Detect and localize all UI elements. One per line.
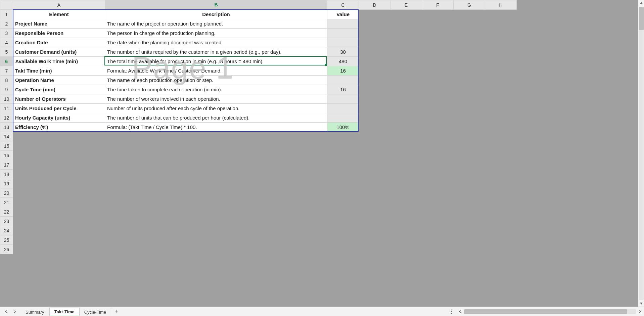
cell-A10[interactable]: Number of Operators <box>13 94 105 104</box>
cell-D21[interactable] <box>359 198 390 207</box>
cell-B7[interactable]: Formula: Available Work Time / Customer … <box>105 66 327 76</box>
cell-D9[interactable] <box>359 85 390 94</box>
column-header-C[interactable]: C <box>327 0 359 10</box>
cell-B12[interactable]: The number of units that can be produced… <box>105 113 327 123</box>
cell-D10[interactable] <box>359 94 390 104</box>
cell-B20[interactable] <box>105 188 327 198</box>
cell-D26[interactable] <box>359 245 390 254</box>
cell-G2[interactable] <box>454 19 485 29</box>
cell-C11[interactable] <box>327 104 359 113</box>
cell-E2[interactable] <box>390 19 422 29</box>
cell-G5[interactable] <box>454 47 485 57</box>
cell-D5[interactable] <box>359 47 390 57</box>
cell-H13[interactable] <box>485 123 517 132</box>
row-header-14[interactable]: 14 <box>0 132 13 141</box>
cell-H5[interactable] <box>485 47 517 57</box>
cell-G26[interactable] <box>454 245 485 254</box>
select-all-corner[interactable] <box>0 0 13 10</box>
cell-H14[interactable] <box>485 132 517 141</box>
cell-G15[interactable] <box>454 141 485 151</box>
row-header-6[interactable]: 6 <box>0 57 13 66</box>
cell-F2[interactable] <box>422 19 454 29</box>
row-header-26[interactable]: 26 <box>0 245 13 254</box>
cell-E20[interactable] <box>390 188 422 198</box>
row-header-19[interactable]: 19 <box>0 179 13 188</box>
row-header-23[interactable]: 23 <box>0 217 13 226</box>
cell-H18[interactable] <box>485 170 517 179</box>
cell-D17[interactable] <box>359 160 390 170</box>
cell-A12[interactable]: Hourly Capacity (units) <box>13 113 105 123</box>
cell-C23[interactable] <box>327 217 359 226</box>
cell-A13[interactable]: Efficiency (%) <box>13 123 105 132</box>
cell-A1[interactable]: Element <box>13 10 105 19</box>
cell-G4[interactable] <box>454 38 485 47</box>
cell-F18[interactable] <box>422 170 454 179</box>
cell-G19[interactable] <box>454 179 485 188</box>
cell-H23[interactable] <box>485 217 517 226</box>
cell-H17[interactable] <box>485 160 517 170</box>
cell-H11[interactable] <box>485 104 517 113</box>
cell-C4[interactable] <box>327 38 359 47</box>
vertical-scrollbar[interactable] <box>638 0 644 307</box>
cell-C2[interactable] <box>327 19 359 29</box>
cell-F21[interactable] <box>422 198 454 207</box>
cell-A19[interactable] <box>13 179 105 188</box>
cell-H2[interactable] <box>485 19 517 29</box>
cell-C6[interactable]: 480 <box>327 57 359 66</box>
cell-H26[interactable] <box>485 245 517 254</box>
cell-A24[interactable] <box>13 226 105 235</box>
cell-D23[interactable] <box>359 217 390 226</box>
cell-A4[interactable]: Creation Date <box>13 38 105 47</box>
cell-F15[interactable] <box>422 141 454 151</box>
scroll-up-button[interactable] <box>638 0 644 6</box>
cell-E9[interactable] <box>390 85 422 94</box>
tab-nav-prev[interactable] <box>3 309 9 315</box>
row-header-11[interactable]: 11 <box>0 104 13 113</box>
cell-G1[interactable] <box>454 10 485 19</box>
cell-B6[interactable]: The total time available for production … <box>105 57 327 66</box>
add-sheet-button[interactable]: + <box>111 307 122 316</box>
cell-B23[interactable] <box>105 217 327 226</box>
horizontal-scroll-track[interactable] <box>464 309 636 314</box>
cell-E8[interactable] <box>390 76 422 85</box>
cell-F25[interactable] <box>422 235 454 245</box>
cell-A21[interactable] <box>13 198 105 207</box>
cell-F3[interactable] <box>422 29 454 38</box>
scroll-down-button[interactable] <box>638 301 644 307</box>
row-header-21[interactable]: 21 <box>0 198 13 207</box>
sheet-tab-cycle-time[interactable]: Cycle-Time <box>80 308 111 316</box>
cell-D6[interactable] <box>359 57 390 66</box>
cell-A23[interactable] <box>13 217 105 226</box>
cell-E14[interactable] <box>390 132 422 141</box>
cell-B24[interactable] <box>105 226 327 235</box>
row-header-1[interactable]: 1 <box>0 10 13 19</box>
cell-D7[interactable] <box>359 66 390 76</box>
cell-A2[interactable]: Project Name <box>13 19 105 29</box>
cell-G3[interactable] <box>454 29 485 38</box>
cell-A5[interactable]: Customer Demand (units) <box>13 47 105 57</box>
cell-B8[interactable]: The name of each production operation or… <box>105 76 327 85</box>
cell-F10[interactable] <box>422 94 454 104</box>
cell-H4[interactable] <box>485 38 517 47</box>
cell-G9[interactable] <box>454 85 485 94</box>
cell-H15[interactable] <box>485 141 517 151</box>
cell-H24[interactable] <box>485 226 517 235</box>
cell-H22[interactable] <box>485 207 517 217</box>
cell-F4[interactable] <box>422 38 454 47</box>
cell-D11[interactable] <box>359 104 390 113</box>
cell-A18[interactable] <box>13 170 105 179</box>
column-header-H[interactable]: H <box>485 0 517 10</box>
row-header-8[interactable]: 8 <box>0 76 13 85</box>
cell-H19[interactable] <box>485 179 517 188</box>
cell-E12[interactable] <box>390 113 422 123</box>
cell-G14[interactable] <box>454 132 485 141</box>
cell-F6[interactable] <box>422 57 454 66</box>
scroll-right-button[interactable] <box>637 309 643 315</box>
cell-D4[interactable] <box>359 38 390 47</box>
cell-G16[interactable] <box>454 151 485 160</box>
cell-G17[interactable] <box>454 160 485 170</box>
cell-A17[interactable] <box>13 160 105 170</box>
cell-F19[interactable] <box>422 179 454 188</box>
cell-G10[interactable] <box>454 94 485 104</box>
cell-E25[interactable] <box>390 235 422 245</box>
